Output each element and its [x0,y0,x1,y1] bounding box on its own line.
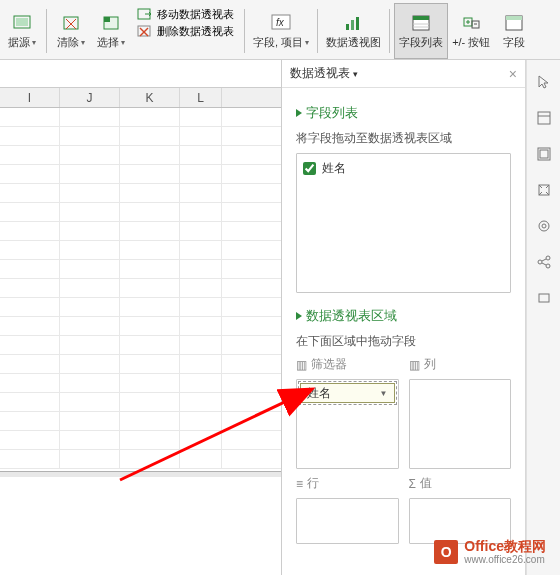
fields-items-button[interactable]: fx 字段, 项目▾ [249,3,313,59]
expand-icon[interactable] [534,180,554,200]
delete-pivot-label: 删除数据透视表 [157,24,234,39]
move-pivot-label: 移动数据透视表 [157,7,234,22]
delete-pivot-button[interactable]: 删除数据透视表 [137,24,234,39]
select-icon [98,13,124,33]
data-source-label: 据源 [8,35,30,50]
pivot-chart-label: 数据透视图 [326,35,381,50]
rows-drop-area[interactable] [296,498,399,544]
watermark-url: www.office26.com [464,554,546,565]
settings-icon[interactable] [534,216,554,236]
svg-rect-2 [64,17,78,29]
spreadsheet-area: I J K L [0,60,282,575]
svg-point-32 [539,221,549,231]
pivot-chart-icon [341,13,367,33]
fields-items-label: 字段, 项目 [253,35,303,50]
areas-hint: 在下面区域中拖动字段 [296,333,511,350]
field-headers-label: 字段 [503,35,525,50]
svg-rect-26 [506,16,522,20]
svg-line-38 [542,263,546,265]
svg-rect-14 [351,20,354,30]
side-rail [526,60,560,575]
chevron-down-icon: ▾ [32,38,36,47]
column-header[interactable]: I [0,88,60,107]
delete-pivot-icon [137,25,153,39]
plus-minus-button[interactable]: +/- 按钮 [448,3,494,59]
filter-chip[interactable]: 姓名 ▼ [300,383,395,403]
chevron-down-icon: ▾ [81,38,85,47]
office-logo-icon: O [434,540,458,564]
filters-label: ▥筛选器 [296,356,399,373]
svg-rect-6 [104,17,110,22]
svg-text:fx: fx [276,17,285,28]
drag-hint: 将字段拖动至数据透视表区域 [296,130,511,147]
svg-rect-39 [539,294,549,302]
svg-point-35 [546,256,550,260]
values-label: Σ值 [409,475,512,492]
columns-drop-area[interactable] [409,379,512,469]
plus-minus-icon [458,13,484,33]
filter-icon: ▥ [296,358,307,372]
select-button[interactable]: 选择▾ [91,3,131,59]
chevron-down-icon[interactable]: ▼ [380,389,388,398]
move-pivot-icon [137,8,153,22]
chevron-down-icon: ▾ [121,38,125,47]
close-icon[interactable]: × [509,66,517,82]
field-headers-button[interactable]: 字段 [494,3,534,59]
share-icon[interactable] [534,252,554,272]
field-list-section-title: 字段列表 [296,104,511,122]
pane-title: 数据透视表 [290,65,350,82]
pivot-table-pane: 数据透视表▾ × 字段列表 将字段拖动至数据透视表区域 姓名 数据透视表区域 在… [282,60,526,575]
select-label: 选择 [97,35,119,50]
field-list-icon [408,13,434,33]
pivot-chart-button[interactable]: 数据透视图 [322,3,385,59]
data-source-icon [9,13,35,33]
svg-rect-30 [540,150,548,158]
chevron-down-icon: ▾ [305,38,309,47]
field-list-box[interactable]: 姓名 [296,153,511,293]
svg-point-33 [542,224,546,228]
column-header[interactable]: K [120,88,180,107]
sigma-icon: Σ [409,477,416,491]
svg-point-36 [546,264,550,268]
svg-rect-13 [346,24,349,30]
svg-rect-1 [16,18,28,26]
formula-bar[interactable] [0,60,281,88]
clear-button[interactable]: 清除▾ [51,3,91,59]
columns-label: ▥列 [409,356,512,373]
rows-label: ≡行 [296,475,399,492]
grid[interactable] [0,108,281,471]
svg-point-34 [538,260,542,264]
columns-icon: ▥ [409,358,420,372]
plus-minus-label: +/- 按钮 [452,35,490,50]
column-header[interactable]: L [180,88,222,107]
field-list-button[interactable]: 字段列表 [394,3,448,59]
field-item[interactable]: 姓名 [303,160,504,177]
clear-label: 清除 [57,35,79,50]
field-headers-icon [501,13,527,33]
svg-line-37 [542,259,546,261]
rail-icon-7[interactable] [534,288,554,308]
filters-drop-area[interactable]: 姓名 ▼ [296,379,399,469]
move-pivot-button[interactable]: 移动数据透视表 [137,7,234,22]
data-source-button[interactable]: 据源▾ [2,3,42,59]
svg-rect-15 [356,17,359,30]
ribbon-toolbar: 据源▾ 清除▾ 选择▾ 移动数据透视表 删除数据透视表 fx 字段, 项目▾ 数… [0,0,560,60]
rail-icon-3[interactable] [534,144,554,164]
field-name: 姓名 [322,160,346,177]
column-headers: I J K L [0,88,281,108]
rail-icon-2[interactable] [534,108,554,128]
field-checkbox[interactable] [303,162,316,175]
svg-rect-27 [538,112,550,124]
filter-chip-label: 姓名 [307,385,331,402]
clear-icon [58,13,84,33]
rows-icon: ≡ [296,477,303,491]
watermark-title: Office教程网 [464,539,546,554]
svg-rect-17 [413,16,429,20]
watermark: O Office教程网 www.office26.com [434,539,546,565]
areas-section-title: 数据透视表区域 [296,307,511,325]
chevron-down-icon[interactable]: ▾ [353,69,358,79]
cursor-icon[interactable] [534,72,554,92]
column-header[interactable]: J [60,88,120,107]
field-list-label: 字段列表 [399,35,443,50]
formula-icon: fx [268,13,294,33]
